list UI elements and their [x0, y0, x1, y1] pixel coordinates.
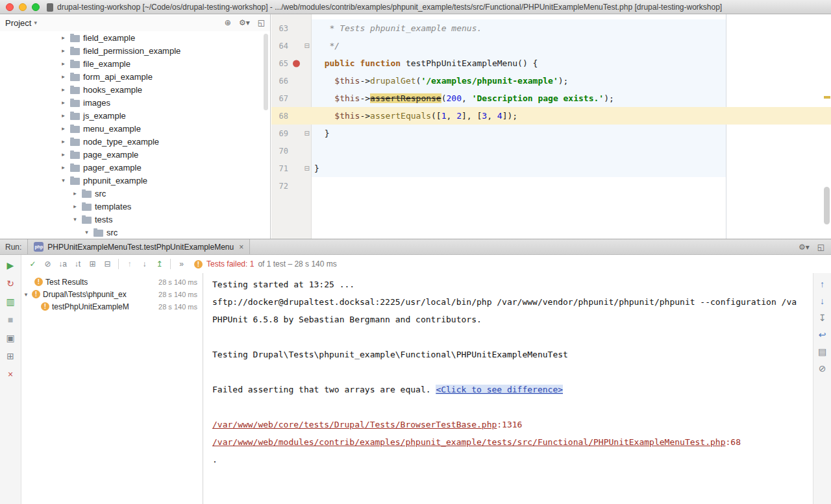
test-failed-gutter-icon[interactable]	[293, 60, 300, 67]
fold-marker-icon[interactable]: ⊟	[304, 130, 310, 137]
run-tab[interactable]: php PHPUnitExampleMenuTest.testPhpUnitEx…	[27, 239, 250, 254]
editor-scrollbar[interactable]	[824, 187, 830, 224]
more-options-icon[interactable]: »	[174, 259, 189, 269]
minimize-window-button[interactable]	[19, 3, 27, 11]
project-panel-title[interactable]: Project	[5, 18, 31, 28]
show-passed-icon[interactable]: ✓	[25, 259, 40, 269]
chevron-right-icon[interactable]: ▸	[60, 112, 67, 119]
dump-threads-button[interactable]: ▣	[4, 333, 17, 344]
tree-item-tests[interactable]: ▾tests	[0, 213, 270, 226]
hide-panel-icon[interactable]: ◱	[817, 243, 825, 252]
tree-item-templates[interactable]: ▸templates	[0, 200, 270, 213]
tree-item-file_example[interactable]: ▸file_example	[0, 57, 270, 70]
chevron-right-icon[interactable]: ▸	[71, 203, 79, 210]
editor-line[interactable]: 65 public function testPhpUnitExampleMen…	[271, 54, 831, 72]
file-link[interactable]: /var/www/web/core/tests/Drupal/Tests/Bro…	[212, 420, 497, 429]
editor-line[interactable]: 72	[271, 177, 831, 195]
chevron-down-icon[interactable]: ▾	[83, 229, 90, 235]
toggle-auto-test-button[interactable]: ▥	[4, 296, 17, 307]
editor-line[interactable]: 70	[271, 142, 831, 160]
chevron-right-icon[interactable]: ▸	[60, 73, 67, 80]
tree-item-form_api_example[interactable]: ▸form_api_example	[0, 70, 270, 83]
fold-marker-icon[interactable]: ⊟	[304, 165, 310, 172]
code-line-text[interactable]: public function testPhpUnitExampleMenu()…	[312, 54, 831, 72]
chevron-right-icon[interactable]: ▸	[71, 190, 79, 197]
code-line-text[interactable]: $this->assertResponse(200, 'Description …	[312, 90, 831, 107]
code-line-text[interactable]: }	[312, 125, 831, 142]
tree-item-images[interactable]: ▸images	[0, 96, 270, 109]
tree-item-menu_example[interactable]: ▸menu_example	[0, 122, 270, 135]
tree-item-phpunit_example[interactable]: ▾phpunit_example	[0, 174, 270, 187]
settings-gear-icon[interactable]: ⚙▾	[799, 243, 810, 252]
code-line-text[interactable]: }	[312, 160, 831, 177]
file-link[interactable]: /var/www/web/modules/contrib/examples/ph…	[212, 437, 726, 447]
close-window-button[interactable]	[6, 3, 14, 11]
tree-item-node_type_example[interactable]: ▸node_type_example	[0, 135, 270, 148]
editor-line[interactable]: 71⊟}	[271, 160, 831, 177]
up-stacktrace-icon[interactable]: ↑	[816, 279, 829, 290]
chevron-right-icon[interactable]: ▸	[60, 60, 67, 67]
soft-wrap-icon[interactable]: ↩	[816, 330, 829, 341]
chevron-right-icon[interactable]: ▸	[60, 125, 67, 132]
chevron-down-icon[interactable]: ▾	[34, 19, 37, 26]
code-line-text[interactable]	[312, 177, 831, 195]
tree-item-hooks_example[interactable]: ▸hooks_example	[0, 83, 270, 96]
next-failed-test-icon[interactable]: ↓	[137, 259, 152, 269]
tree-item-src[interactable]: ▾src	[0, 226, 270, 239]
code-line-text[interactable]: $this->drupalGet('/examples/phpunit-exam…	[312, 72, 831, 90]
editor-line[interactable]: 68 $this->assertEquals([1, 2], [3, 4]);	[271, 107, 831, 125]
editor-line[interactable]: 63 * Tests phpunit_example menus.	[271, 19, 831, 37]
editor-line[interactable]: 67 $this->assertResponse(200, 'Descripti…	[271, 90, 831, 107]
editor-line[interactable]: 69⊟ }	[271, 125, 831, 142]
tree-item-field_permission_example[interactable]: ▸field_permission_example	[0, 44, 270, 57]
chevron-right-icon[interactable]: ▸	[60, 34, 67, 41]
warning-stripe-mark[interactable]	[824, 96, 830, 99]
rerun-tests-button[interactable]: ▶	[4, 260, 17, 271]
clear-all-icon[interactable]: ⊘	[816, 363, 829, 374]
restore-layout-button[interactable]: ⊞	[4, 351, 17, 362]
code-line-text[interactable]: * Tests phpunit_example menus.	[312, 19, 831, 37]
print-icon[interactable]: ▤	[816, 346, 829, 357]
tree-item-page_example[interactable]: ▸page_example	[0, 148, 270, 161]
sort-alphabetically-icon[interactable]: ↓a	[55, 259, 70, 269]
file-line-number[interactable]: :68	[726, 437, 741, 447]
file-line-number[interactable]: :1316	[497, 420, 522, 429]
tree-item-pager_example[interactable]: ▸pager_example	[0, 161, 270, 174]
fold-marker-icon[interactable]: ⊟	[304, 43, 310, 49]
editor[interactable]: 63 * Tests phpunit_example menus.64⊟ */6…	[271, 14, 831, 239]
chevron-right-icon[interactable]: ▸	[60, 138, 67, 145]
collapse-all-icon[interactable]: ⊟	[100, 259, 115, 269]
code-line-text[interactable]: $this->assertEquals([1, 2], [3, 4]);	[312, 107, 831, 125]
code-line-text[interactable]	[312, 142, 831, 160]
down-stacktrace-icon[interactable]: ↓	[816, 296, 829, 307]
settings-gear-icon[interactable]: ⚙▾	[239, 18, 250, 27]
zoom-window-button[interactable]	[32, 3, 40, 11]
test-tree-row[interactable]: !Test Results28 s 140 ms	[21, 276, 203, 288]
import-test-results-icon[interactable]: ↥	[152, 259, 167, 269]
project-scrollbar[interactable]	[264, 34, 268, 110]
chevron-right-icon[interactable]: ▸	[60, 47, 67, 54]
console-output[interactable]: Testing started at 13:25 ...sftp://docke…	[204, 273, 813, 504]
chevron-right-icon[interactable]: ▸	[60, 164, 67, 171]
show-ignored-icon[interactable]: ⊘	[40, 259, 55, 269]
editor-line[interactable]: 66 $this->drupalGet('/examples/phpunit-e…	[271, 72, 831, 90]
scroll-to-end-icon[interactable]: ↧	[816, 313, 829, 324]
stop-button[interactable]: ■	[4, 315, 17, 326]
expand-all-icon[interactable]: ⊞	[85, 259, 100, 269]
chevron-down-icon[interactable]: ▾	[23, 291, 29, 298]
editor-line[interactable]: 64⊟ */	[271, 37, 831, 54]
chevron-down-icon[interactable]: ▾	[71, 216, 79, 222]
select-opened-file-icon[interactable]: ⊕	[225, 18, 231, 27]
chevron-down-icon[interactable]: ▾	[60, 177, 67, 184]
sort-by-duration-icon[interactable]: ↓t	[70, 259, 85, 269]
chevron-right-icon[interactable]: ▸	[60, 86, 67, 93]
tree-item-src[interactable]: ▸src	[0, 187, 270, 200]
test-tree-row[interactable]: ▾!Drupal\Tests\phpunit_ex28 s 140 ms	[21, 288, 203, 300]
tree-item-js_example[interactable]: ▸js_example	[0, 109, 270, 122]
tree-item-field_example[interactable]: ▸field_example	[0, 31, 270, 44]
chevron-right-icon[interactable]: ▸	[60, 99, 67, 106]
hide-panel-icon[interactable]: ◱	[258, 18, 265, 27]
chevron-right-icon[interactable]: ▸	[60, 151, 67, 158]
code-line-text[interactable]: */	[312, 37, 831, 54]
previous-failed-test-icon[interactable]: ↑	[122, 259, 137, 269]
